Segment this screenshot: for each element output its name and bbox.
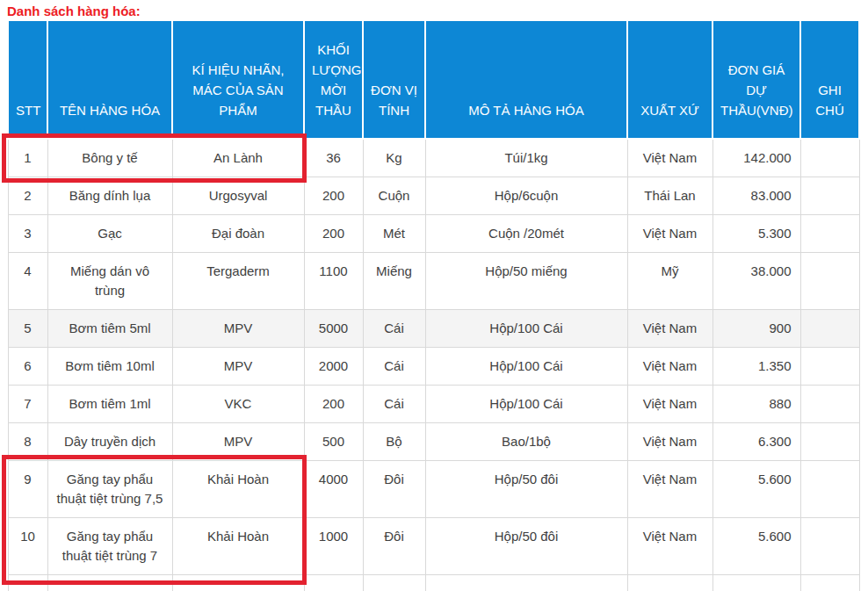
column-header-mo_ta: MÔ TẢ HÀNG HÓA [425,20,627,139]
cell-ten_hang_hoa: Găng tay phẩu thuật tiệt trùng 7,5 [47,461,172,518]
cell-mo_ta: Hộp/6cuộn [425,177,627,215]
cell-khoi_luong: 2000 [304,348,363,386]
cell-stt: 1 [8,139,47,177]
cell-khoi_luong [304,575,363,591]
table-row: 5Bơm tiêm 5mlMPV5000CáiHộp/100 CáiViệt N… [8,310,859,348]
cell-don_vi: Mét [363,215,425,253]
column-header-ki_hieu: KÍ HIỆU NHÃN, MÁC CỦA SẢN PHẨM [172,20,304,139]
cell-ten_hang_hoa [47,575,172,591]
column-header-ten_hang_hoa: TÊN HÀNG HÓA [47,20,172,139]
cell-don_vi: Đôi [363,518,425,575]
cell-don_gia: 6.300 [712,423,800,461]
cell-stt: 4 [8,253,47,310]
column-header-stt: STT [8,20,47,139]
cell-ghi_chu [800,215,859,253]
cell-ki_hieu: MPV [172,310,304,348]
goods-table: STTTÊN HÀNG HÓAKÍ HIỆU NHÃN, MÁC CỦA SẢN… [7,19,860,591]
cell-ghi_chu [800,310,859,348]
cell-ghi_chu [800,518,859,575]
cell-xuat_xu: Việt Nam [627,310,712,348]
cell-stt: 6 [8,348,47,386]
cell-ki_hieu: VKC [172,386,304,423]
cell-ten_hang_hoa: Gạc [47,215,172,253]
cell-xuat_xu: Việt Nam [627,139,712,177]
cell-ki_hieu: MPV [172,348,304,386]
cell-don_gia: 880 [712,386,800,423]
cell-stt: 8 [8,423,47,461]
cell-mo_ta: Hộp/50 đôi [425,461,627,518]
cell-don_gia [712,575,800,591]
cell-mo_ta: Bao/1bộ [425,423,627,461]
table-row: 7Bơm tiêm 1mlVKC200CáiHộp/100 CáiViệt Na… [8,386,859,423]
column-header-ghi_chu: GHI CHÚ [800,20,859,139]
cell-mo_ta: Túi/1kg [425,139,627,177]
column-header-khoi_luong: KHỐI LƯỢNG MỜI THẦU [304,20,363,139]
table-row: 6Bơm tiêm 10mlMPV2000CáiHộp/100 CáiViệt … [8,348,859,386]
cell-xuat_xu: Mỹ [627,253,712,310]
cell-khoi_luong: 200 [304,215,363,253]
cell-don_gia: 142.000 [712,139,800,177]
cell-xuat_xu: Việt Nam [627,461,712,518]
cell-ghi_chu [800,423,859,461]
cell-mo_ta: Hộp/50 đôi [425,518,627,575]
cell-stt: 5 [8,310,47,348]
header-row: STTTÊN HÀNG HÓAKÍ HIỆU NHÃN, MÁC CỦA SẢN… [8,20,859,139]
cell-mo_ta: Hộp/100 Cái [425,386,627,423]
page: Danh sách hàng hóa: STTTÊN HÀNG HÓAKÍ HI… [0,0,868,591]
cell-ghi_chu [800,139,859,177]
cell-ghi_chu [800,348,859,386]
table-row: 8Dây truyền dịchMPV500BộBao/1bộViệt Nam6… [8,423,859,461]
cell-don_gia: 38.000 [712,253,800,310]
cell-don_gia: 5.300 [712,215,800,253]
cell-ten_hang_hoa: Dây truyền dịch [47,423,172,461]
cell-don_vi: Cuộn [363,177,425,215]
cell-don_vi: Cái [363,386,425,423]
cell-xuat_xu: Việt Nam [627,215,712,253]
cell-ghi_chu [800,386,859,423]
cell-mo_ta: Hộp/50 miếng [425,253,627,310]
cell-xuat_xu: Việt Nam [627,518,712,575]
cell-ki_hieu: An Lành [172,139,304,177]
cell-stt: 2 [8,177,47,215]
cell-ten_hang_hoa: Bơm tiêm 1ml [47,386,172,423]
cell-khoi_luong: 4000 [304,461,363,518]
cell-ki_hieu: Tergaderm [172,253,304,310]
cell-khoi_luong: 500 [304,423,363,461]
cell-ghi_chu [800,177,859,215]
table-row: 1Bông y tếAn Lành36KgTúi/1kgViệt Nam142.… [8,139,859,177]
cell-khoi_luong: 5000 [304,310,363,348]
table-row: 10Găng tay phẩu thuật tiệt trùng 7Khải H… [8,518,859,575]
cell-don_gia: 1.350 [712,348,800,386]
cell-ki_hieu: Urgosyval [172,177,304,215]
cell-ki_hieu: Khải Hoàn [172,518,304,575]
cell-don_vi: Miếng [363,253,425,310]
cell-xuat_xu: Việt Nam [627,423,712,461]
cell-ki_hieu [172,575,304,591]
cell-don_vi [363,575,425,591]
cell-ten_hang_hoa: Bơm tiêm 5ml [47,310,172,348]
cell-stt: 9 [8,461,47,518]
cell-xuat_xu: Thái Lan [627,177,712,215]
cell-don_gia: 5.600 [712,518,800,575]
cell-mo_ta: Hộp/100 Cái [425,310,627,348]
cell-stt: 7 [8,386,47,423]
cell-xuat_xu: Việt Nam [627,348,712,386]
cell-ten_hang_hoa: Băng dính lụa [47,177,172,215]
cell-don_gia: 900 [712,310,800,348]
cell-ghi_chu [800,461,859,518]
cell-mo_ta [425,575,627,591]
cell-khoi_luong: 36 [304,139,363,177]
cell-don_gia: 83.000 [712,177,800,215]
table-row: 9Găng tay phẩu thuật tiệt trùng 7,5Khải … [8,461,859,518]
cell-xuat_xu [627,575,712,591]
cell-don_vi: Kg [363,139,425,177]
cell-khoi_luong: 200 [304,386,363,423]
column-header-don_vi: ĐƠN VỊ TÍNH [363,20,425,139]
table-row: 3GạcĐại đoàn200MétCuộn /20métViệt Nam5.3… [8,215,859,253]
cell-xuat_xu: Việt Nam [627,386,712,423]
cell-don_vi: Đôi [363,461,425,518]
cell-ki_hieu: MPV [172,423,304,461]
cell-khoi_luong: 1000 [304,518,363,575]
cell-ghi_chu [800,575,859,591]
goods-table-body: 1Bông y tếAn Lành36KgTúi/1kgViệt Nam142.… [8,139,859,591]
